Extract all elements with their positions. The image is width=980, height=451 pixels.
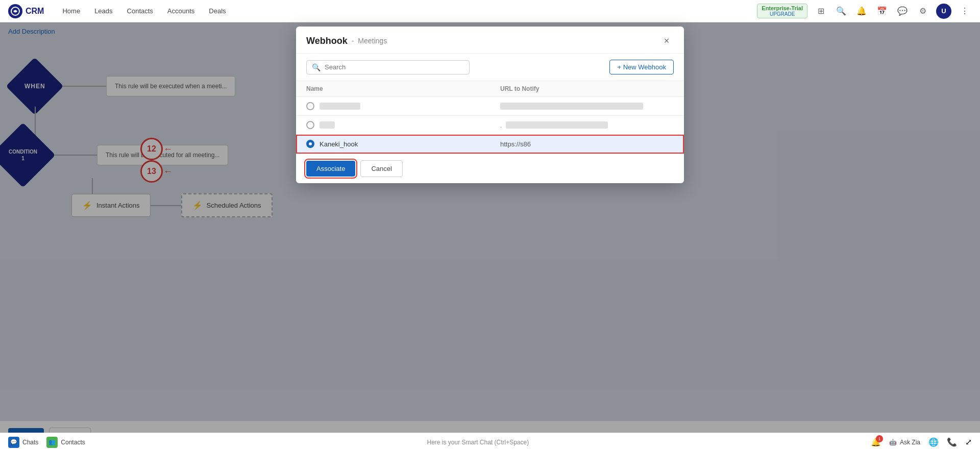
row3-name-cell: Kaneki_hook xyxy=(306,140,500,148)
logo-text: CRM xyxy=(26,7,44,16)
modal-subtitle: Meetings xyxy=(358,37,387,45)
notifications-icon[interactable]: 🔔 xyxy=(854,4,869,18)
apps-icon[interactable]: ⋮ xyxy=(958,4,972,18)
table-header: Name URL to Notify xyxy=(296,81,684,97)
row2-name-cell xyxy=(306,121,500,129)
chat-earth-icon[interactable]: 🌐 xyxy=(928,437,939,447)
row1-radio[interactable] xyxy=(306,102,314,110)
row3-name: Kaneki_hook xyxy=(320,140,358,148)
nav-home[interactable]: Home xyxy=(56,4,86,18)
row2-url-dot: . xyxy=(500,122,502,129)
row1-url-cell xyxy=(500,103,674,110)
chat-icon[interactable]: 💬 xyxy=(895,4,910,18)
nav-leads[interactable]: Leads xyxy=(88,4,118,18)
row1-name-blurred xyxy=(320,103,360,110)
zia-icon: 🤖 xyxy=(889,439,897,446)
modal-header: Webhook - Meetings × xyxy=(296,27,684,54)
webhook-modal: Webhook - Meetings × 🔍 + New Webhook Nam… xyxy=(296,27,684,183)
notification-badge: 1 xyxy=(876,435,883,442)
top-navigation: CRM Home Leads Contacts Accounts Deals E… xyxy=(0,0,980,22)
row2-url-cell: . xyxy=(500,121,674,129)
chats-icon: 💬 xyxy=(8,437,19,448)
chat-bar-right: 🔔 1 🤖 Ask Zia 🌐 📞 ⤢ xyxy=(871,437,972,447)
cancel-modal-button[interactable]: Cancel xyxy=(360,160,402,177)
enterprise-badge: Enterprise-Trial UPGRADE xyxy=(757,4,807,18)
row2-radio[interactable] xyxy=(306,121,314,129)
chat-bar: 💬 Chats 👥 Contacts Here is your Smart Ch… xyxy=(0,433,980,451)
modal-separator: - xyxy=(352,37,354,45)
contacts-item[interactable]: 👥 Contacts xyxy=(46,437,85,448)
associate-button[interactable]: Associate xyxy=(306,161,355,177)
nav-deals[interactable]: Deals xyxy=(203,4,232,18)
row2-url-blurred xyxy=(506,121,608,129)
calendar-icon[interactable]: 📅 xyxy=(875,4,889,18)
row1-url-blurred xyxy=(500,103,643,110)
row2-name-blurred xyxy=(320,121,335,129)
chats-label: Chats xyxy=(22,439,38,446)
row3-url-cell: https://s86 xyxy=(500,140,674,148)
zia-label: Ask Zia xyxy=(900,439,920,446)
modal-overlay: Webhook - Meetings × 🔍 + New Webhook Nam… xyxy=(0,22,980,451)
modal-title: Webhook xyxy=(306,36,348,46)
nav-accounts[interactable]: Accounts xyxy=(161,4,201,18)
search-nav-icon[interactable]: 🔍 xyxy=(834,4,848,18)
modal-title-row: Webhook - Meetings xyxy=(306,36,387,46)
create-icon[interactable]: ⊞ xyxy=(814,4,828,18)
search-box: 🔍 xyxy=(306,60,470,74)
col-name-header: Name xyxy=(306,85,500,92)
logo-icon xyxy=(8,4,22,18)
nav-items: Home Leads Contacts Accounts Deals xyxy=(56,4,757,18)
modal-search-row: 🔍 + New Webhook xyxy=(296,54,684,81)
row3-radio[interactable] xyxy=(306,140,314,148)
smart-chat-text: Here is your Smart Chat (Ctrl+Space) xyxy=(93,439,863,446)
modal-footer: Associate Cancel xyxy=(296,154,684,183)
ask-zia-button[interactable]: 🤖 Ask Zia xyxy=(889,439,920,446)
table-row-kaneki[interactable]: Kaneki_hook https://s86 xyxy=(296,135,684,154)
contacts-chat-icon: 👥 xyxy=(46,437,58,448)
search-icon: 🔍 xyxy=(312,63,321,71)
chat-phone-icon[interactable]: 📞 xyxy=(947,437,957,447)
chats-item[interactable]: 💬 Chats xyxy=(8,437,38,448)
notification-wrapper: 🔔 1 xyxy=(871,437,881,447)
table-row[interactable] xyxy=(296,97,684,116)
table-row[interactable]: . xyxy=(296,116,684,135)
nav-right: Enterprise-Trial UPGRADE ⊞ 🔍 🔔 📅 💬 ⚙ U ⋮ xyxy=(757,4,972,19)
main-area: Add Description WHEN This rule will be e… xyxy=(0,22,980,451)
contacts-chat-label: Contacts xyxy=(61,439,85,446)
settings-icon[interactable]: ⚙ xyxy=(916,4,930,18)
modal-table: Name URL to Notify xyxy=(296,81,684,154)
avatar[interactable]: U xyxy=(936,4,951,19)
row1-name-cell xyxy=(306,102,500,110)
logo[interactable]: CRM xyxy=(8,4,44,18)
chat-expand-icon[interactable]: ⤢ xyxy=(965,437,972,447)
col-url-header: URL to Notify xyxy=(500,85,674,92)
search-input[interactable] xyxy=(325,63,464,71)
modal-close-button[interactable]: × xyxy=(659,34,674,48)
row3-url: https://s86 xyxy=(500,140,531,148)
new-webhook-button[interactable]: + New Webhook xyxy=(609,60,674,74)
nav-contacts[interactable]: Contacts xyxy=(121,4,159,18)
